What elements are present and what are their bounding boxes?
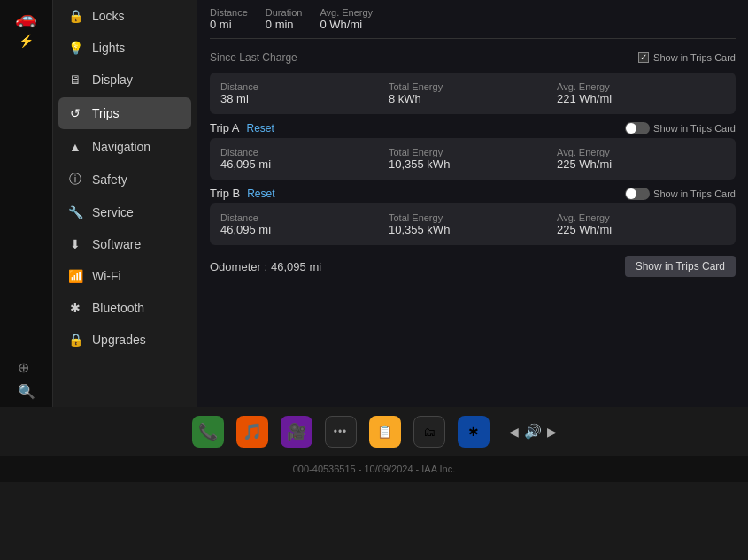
dots-icon[interactable]: ••• [325, 416, 357, 448]
trip-b-toggle[interactable] [625, 188, 650, 200]
sidebar-item-label: Wi-Fi [92, 269, 121, 283]
show-in-trips-button[interactable]: Show in Trips Card [625, 256, 736, 277]
since-last-charge-toggle-label: Show in Trips Card [653, 52, 736, 63]
trip-a-toggle[interactable] [625, 122, 650, 134]
slc-energy-value: 8 kWh [389, 92, 557, 105]
safety-icon: ⓘ [67, 172, 83, 188]
sidebar-item-label: Lights [92, 41, 125, 55]
sidebar-item-label: Software [92, 237, 141, 251]
trip-b-card: Distance 46,095 mi Total Energy 10,355 k… [210, 203, 736, 245]
sidebar-item-label: Service [92, 205, 134, 219]
since-last-charge-toggle-area: Show in Trips Card [638, 52, 736, 63]
slc-avg-value: 221 Wh/mi [557, 92, 725, 105]
trip-b-energy: Total Energy 10,355 kWh [389, 212, 557, 236]
forward-arrow[interactable]: ▶ [547, 425, 557, 439]
sidebar-item-trips[interactable]: ↺ Trips [58, 97, 191, 129]
sidebar-item-bluetooth[interactable]: ✱ Bluetooth [53, 292, 197, 324]
search-control[interactable]: 🔍 [18, 383, 35, 400]
trip-a-dist-label: Distance [220, 147, 389, 157]
sidebar-item-safety[interactable]: ⓘ Safety [53, 163, 197, 196]
sidebar-item-label: Locks [92, 9, 125, 23]
car-icon: 🚗 [15, 7, 37, 28]
since-last-charge-card: Distance 38 mi Total Energy 8 kWh Avg. E… [210, 73, 736, 114]
slc-avg-energy: Avg. Energy 221 Wh/mi [557, 81, 725, 105]
sidebar-item-label: Safety [92, 173, 127, 187]
trip-b-toggle-label: Show in Trips Card [653, 188, 736, 199]
current-duration-col: Duration 0 min [266, 7, 303, 31]
footer: 000-40536515 - 10/09/2024 - IAA Inc. [0, 456, 748, 482]
bt-icon[interactable]: ✱ [458, 416, 490, 448]
trip-b-toggle-area: Show in Trips Card [625, 188, 736, 200]
duration-label: Duration [266, 7, 303, 18]
sidebar-item-label: Display [92, 73, 133, 87]
trip-b-dist-label: Distance [220, 212, 389, 223]
media-control[interactable]: ⊕ [18, 359, 35, 376]
light-icon: 💡 [67, 41, 83, 55]
since-last-charge-title: Since Last Charge [210, 51, 297, 64]
current-distance-col: Distance 0 mi [210, 7, 248, 31]
avg-energy-value: 0 Wh/mi [320, 18, 373, 31]
slc-avg-label: Avg. Energy [557, 81, 725, 92]
trip-b-distance: Distance 46,095 mi [220, 212, 389, 236]
trip-a-energy: Total Energy 10,355 kWh [389, 147, 557, 171]
back-arrow[interactable]: ◀ [509, 425, 519, 439]
navigation-icon: ▲ [67, 140, 83, 154]
trip-a-avg-energy: Avg. Energy 225 Wh/mi [557, 147, 725, 171]
sidebar-item-label: Upgrades [92, 333, 146, 347]
apps-icon[interactable]: 🗂 [413, 416, 445, 448]
lock-icon: 🔒 [67, 9, 83, 23]
trip-b-reset-button[interactable]: Reset [247, 188, 274, 200]
current-energy-col: Avg. Energy 0 Wh/mi [320, 7, 373, 31]
trip-b-avg-label: Avg. Energy [557, 212, 725, 223]
trip-b-energy-value: 10,355 kWh [389, 223, 557, 236]
bluetooth-icon: ✱ [67, 301, 83, 315]
footer-text: 000-40536515 - 10/09/2024 - IAA Inc. [293, 464, 455, 474]
camera-icon[interactable]: 🎥 [281, 416, 312, 448]
main-content: Distance 0 mi Duration 0 min Avg. Energy… [197, 0, 748, 407]
sidebar-item-display[interactable]: 🖥 Display [53, 64, 197, 96]
distance-label: Distance [210, 7, 248, 18]
trip-b-avg-value: 225 Wh/mi [557, 223, 725, 236]
avg-energy-label: Avg. Energy [320, 7, 373, 18]
sidebar: 🔒 Locks 💡 Lights 🖥 Display ↺ Trips ▲ Nav… [53, 0, 197, 407]
odometer-label: Odometer : [210, 260, 267, 273]
trip-a-reset-button[interactable]: Reset [246, 122, 274, 134]
since-last-charge-checkbox[interactable] [638, 52, 649, 63]
distance-value: 0 mi [210, 18, 248, 31]
trip-a-toggle-area: Show in Trips Card [625, 122, 736, 134]
media-icon[interactable]: 🎵 [236, 416, 268, 448]
sidebar-item-service[interactable]: 🔧 Service [53, 196, 197, 228]
upgrades-icon: 🔒 [67, 333, 83, 347]
trip-a-distance: Distance 46,095 mi [220, 147, 389, 171]
duration-value: 0 min [266, 18, 303, 31]
sidebar-item-navigation[interactable]: ▲ Navigation [53, 131, 197, 163]
volume-icon[interactable]: 🔊 [524, 423, 542, 440]
nav-controls: ◀ 🔊 ▶ [509, 423, 557, 440]
trip-a-energy-value: 10,355 kWh [389, 157, 557, 171]
sidebar-item-locks[interactable]: 🔒 Locks [53, 0, 197, 32]
sidebar-item-upgrades[interactable]: 🔒 Upgrades [53, 324, 197, 356]
trip-a-avg-label: Avg. Energy [557, 147, 725, 157]
slc-energy: Total Energy 8 kWh [389, 81, 557, 105]
phone-icon[interactable]: 📞 [192, 416, 224, 448]
sidebar-item-lights[interactable]: 💡 Lights [53, 32, 197, 64]
trip-a-card: Distance 46,095 mi Total Energy 10,355 k… [210, 138, 736, 180]
trip-a-dist-value: 46,095 mi [220, 157, 389, 171]
car-panel: 🚗 ⚡ ⊕ 🔍 [0, 0, 53, 407]
sidebar-item-label: Bluetooth [92, 301, 144, 315]
odometer-row: Odometer : 46,095 mi Show in Trips Card [210, 252, 736, 280]
since-last-charge-stats: Distance 38 mi Total Energy 8 kWh Avg. E… [220, 81, 725, 105]
trips-icon: ↺ [67, 106, 83, 120]
sidebar-item-wifi[interactable]: 📶 Wi-Fi [53, 260, 197, 292]
trip-a-avg-value: 225 Wh/mi [557, 157, 725, 171]
trip-b-avg-energy: Avg. Energy 225 Wh/mi [557, 212, 725, 236]
trip-b-stats: Distance 46,095 mi Total Energy 10,355 k… [220, 212, 725, 236]
display-icon: 🖥 [67, 73, 83, 87]
wifi-icon: 📶 [67, 269, 83, 283]
trip-b-energy-label: Total Energy [389, 212, 557, 223]
trip-a-energy-label: Total Energy [389, 147, 557, 157]
trip-a-label: Trip A [210, 121, 239, 134]
app1-icon[interactable]: 📋 [369, 416, 401, 448]
charge-icon: ⚡ [19, 34, 34, 48]
sidebar-item-software[interactable]: ⬇ Software [53, 228, 197, 260]
